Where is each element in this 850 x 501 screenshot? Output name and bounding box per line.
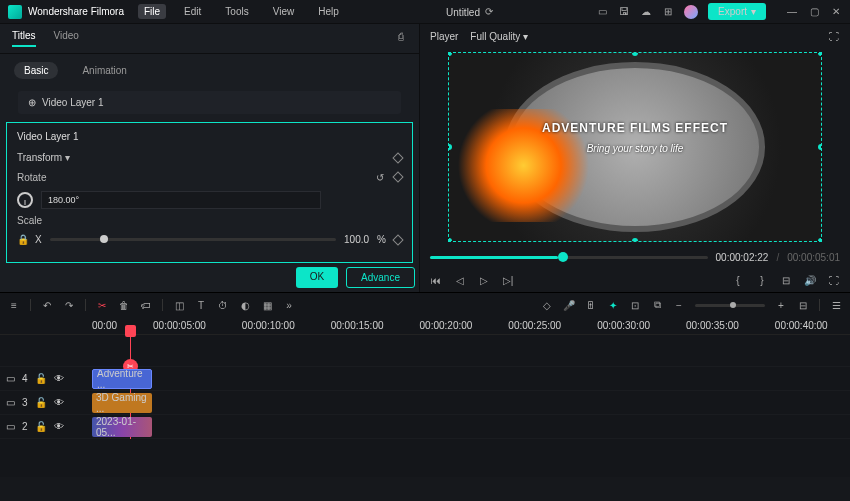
frame-fwd-icon[interactable]: ▷| <box>502 274 514 286</box>
menu-tools[interactable]: Tools <box>219 4 254 19</box>
chevron-down-icon: ▾ <box>751 6 756 17</box>
scale-value: 100.0 <box>344 234 369 245</box>
properties-panel: Titles Video ⎙ Basic Animation ⊕ Video L… <box>0 24 420 292</box>
more-icon[interactable]: » <box>283 299 295 311</box>
fit-icon[interactable]: ⊟ <box>797 299 809 311</box>
reset-icon[interactable]: ↺ <box>374 171 386 183</box>
lock-icon[interactable]: 🔓 <box>35 421 47 432</box>
ai-icon[interactable]: ✦ <box>607 299 619 311</box>
refresh-icon[interactable]: ⟳ <box>483 6 495 18</box>
lock-icon[interactable]: 🔓 <box>35 373 47 384</box>
timeline-toolbar: ≡ ↶ ↷ ✂ 🗑 🏷 ◫ T ⏱ ◐ ▦ » ◇ 🎤 🎚 ✦ ⊡ ⧉ − + … <box>0 293 850 317</box>
cloud-icon[interactable]: ☁ <box>640 6 652 18</box>
frame-back-icon[interactable]: ◁ <box>454 274 466 286</box>
subtab-animation[interactable]: Animation <box>72 62 136 79</box>
mic-icon[interactable]: 🎤 <box>563 299 575 311</box>
handle-tl[interactable] <box>448 52 452 56</box>
keyframe-transform[interactable] <box>392 152 403 163</box>
clip-gaming[interactable]: 3D Gaming ... <box>92 393 152 413</box>
timeline: ≡ ↶ ↷ ✂ 🗑 🏷 ◫ T ⏱ ◐ ▦ » ◇ 🎤 🎚 ✦ ⊡ ⧉ − + … <box>0 292 850 477</box>
handle-bl[interactable] <box>448 238 452 242</box>
link-icon[interactable]: ⧉ <box>651 299 663 311</box>
rotate-input[interactable] <box>41 191 321 209</box>
advance-button[interactable]: Advance <box>346 267 415 288</box>
track-menu-icon[interactable]: ▭ <box>6 397 15 408</box>
avatar-icon[interactable] <box>684 5 698 19</box>
keyframe-scale[interactable] <box>392 234 403 245</box>
ok-button[interactable]: OK <box>296 267 338 288</box>
handle-tm[interactable] <box>632 52 638 56</box>
track-menu-icon[interactable]: ▭ <box>6 421 15 432</box>
preview-area[interactable]: ADVENTURE FILMS EFFECT Bring your story … <box>420 48 850 246</box>
menu-edit[interactable]: Edit <box>178 4 207 19</box>
clip-video[interactable]: 2023-01-05... <box>92 417 152 437</box>
handle-br[interactable] <box>818 238 822 242</box>
layer-item[interactable]: ⊕ Video Layer 1 <box>18 91 401 114</box>
minimize-icon[interactable]: — <box>786 6 798 18</box>
lock-icon[interactable]: 🔓 <box>35 397 47 408</box>
delete-icon[interactable]: 🗑 <box>118 299 130 311</box>
overlay-title: ADVENTURE FILMS EFFECT <box>542 121 728 135</box>
snap-icon[interactable]: ⊡ <box>629 299 641 311</box>
transform-label[interactable]: Transform ▾ <box>17 152 70 163</box>
track-menu-icon[interactable]: ▭ <box>6 373 15 384</box>
color-icon[interactable]: ◐ <box>239 299 251 311</box>
speed-icon[interactable]: ⏱ <box>217 299 229 311</box>
crop-icon[interactable]: ◫ <box>173 299 185 311</box>
volume-icon[interactable]: 🔊 <box>804 274 816 286</box>
list-icon[interactable]: ☰ <box>830 299 842 311</box>
handle-mr[interactable] <box>818 144 822 150</box>
text-icon[interactable]: T <box>195 299 207 311</box>
redo-icon[interactable]: ↷ <box>63 299 75 311</box>
greenscreen-icon[interactable]: ▦ <box>261 299 273 311</box>
zoom-out-icon[interactable]: − <box>673 299 685 311</box>
clip-adventure[interactable]: Adventure ... <box>92 369 152 389</box>
snapshot-icon[interactable]: ⛶ <box>828 30 840 42</box>
prev-icon[interactable]: ⏮ <box>430 274 442 286</box>
subtab-basic[interactable]: Basic <box>14 62 58 79</box>
lock-icon[interactable]: 🔒 <box>17 234 27 245</box>
current-time: 00:00:02:22 <box>716 252 769 263</box>
grid-icon[interactable]: ⊞ <box>662 6 674 18</box>
menu-file[interactable]: File <box>138 4 166 19</box>
undo-icon[interactable]: ↶ <box>41 299 53 311</box>
scissors-icon[interactable]: ✂ <box>96 299 108 311</box>
scale-unit: % <box>377 234 386 245</box>
handle-bm[interactable] <box>632 238 638 242</box>
scrub-track[interactable] <box>430 256 708 259</box>
export-button[interactable]: Export▾ <box>708 3 766 20</box>
play-icon[interactable]: ▷ <box>478 274 490 286</box>
eye-icon[interactable]: 👁 <box>54 397 64 408</box>
zoom-slider[interactable] <box>695 304 765 307</box>
quality-select[interactable]: Full Quality ▾ <box>470 31 528 42</box>
cut-icon[interactable]: ⊟ <box>780 274 792 286</box>
zoom-in-icon[interactable]: + <box>775 299 787 311</box>
rotate-knob[interactable] <box>17 192 33 208</box>
handle-tr[interactable] <box>818 52 822 56</box>
inspector-title: Video Layer 1 <box>17 131 402 142</box>
project-title: Untitled ⟳ <box>345 6 596 18</box>
eye-icon[interactable]: 👁 <box>54 421 64 432</box>
fullscreen-icon[interactable]: ⛶ <box>828 274 840 286</box>
marker-a-icon[interactable]: ◇ <box>541 299 553 311</box>
brace-right-icon[interactable]: } <box>756 274 768 286</box>
tag-icon[interactable]: 🏷 <box>140 299 152 311</box>
mixer-icon[interactable]: 🎚 <box>585 299 597 311</box>
preview-canvas[interactable]: ADVENTURE FILMS EFFECT Bring your story … <box>448 52 822 242</box>
rotate-label: Rotate <box>17 172 46 183</box>
menu-view[interactable]: View <box>267 4 301 19</box>
tab-titles[interactable]: Titles <box>12 30 36 47</box>
player-label: Player <box>430 31 458 42</box>
save-preset-icon[interactable]: ⎙ <box>395 30 407 42</box>
monitor-icon[interactable]: ▭ <box>596 6 608 18</box>
tab-video[interactable]: Video <box>54 30 79 47</box>
save-icon[interactable]: 🖫 <box>618 6 630 18</box>
menu-help[interactable]: Help <box>312 4 345 19</box>
maximize-icon[interactable]: ▢ <box>808 6 820 18</box>
scale-slider[interactable] <box>50 238 336 241</box>
close-icon[interactable]: ✕ <box>830 6 842 18</box>
options-icon[interactable]: ≡ <box>8 299 20 311</box>
eye-icon[interactable]: 👁 <box>54 373 64 384</box>
keyframe-rotate[interactable] <box>392 171 403 182</box>
brace-left-icon[interactable]: { <box>732 274 744 286</box>
